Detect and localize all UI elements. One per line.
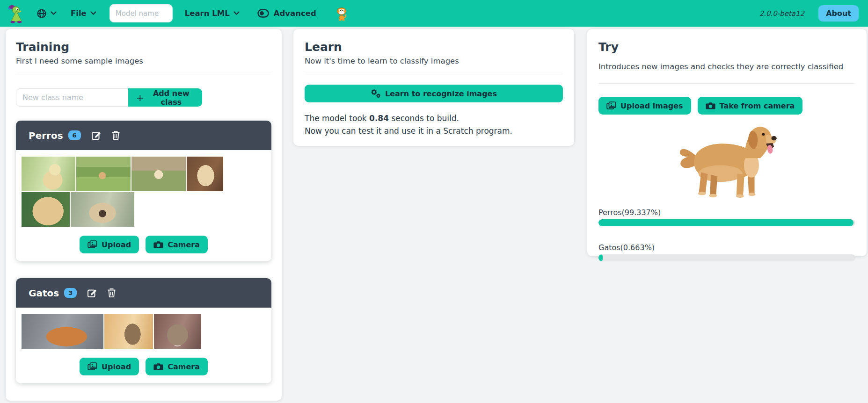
delete-class-button[interactable] <box>107 288 116 298</box>
camera-icon <box>153 240 163 249</box>
sample-count-badge: 3 <box>64 288 77 298</box>
class-name: Gatos <box>29 288 59 299</box>
edit-icon <box>87 288 97 298</box>
scratch-cat-icon[interactable] <box>336 7 348 21</box>
model-build-result: The model took 0.84 seconds to build. <box>305 114 563 123</box>
add-class-row: + Add new class <box>16 88 202 107</box>
learn-lml-menu[interactable]: Learn LML <box>185 9 240 18</box>
class-card-gatos: Gatos 3 <box>16 278 271 383</box>
globe-icon <box>36 8 47 19</box>
camera-button[interactable]: Camera <box>146 236 208 253</box>
model-name-input[interactable] <box>109 4 173 22</box>
try-subtitle: Introduces new images and checks they ar… <box>598 62 855 71</box>
training-title: Training <box>16 40 271 54</box>
sample-image-cat <box>154 314 201 349</box>
upload-label: Upload <box>102 240 131 249</box>
prediction-label-perros: Perros(99.337%) <box>598 208 855 217</box>
app-logo[interactable] <box>7 4 24 23</box>
trash-icon <box>107 288 116 298</box>
toggle-icon <box>257 9 269 18</box>
file-menu-label: File <box>71 9 87 18</box>
sample-image-cat <box>22 314 103 349</box>
upload-images-button[interactable]: Upload images <box>598 97 691 115</box>
learn-card: Learn Now it's time to learn to classify… <box>293 29 574 146</box>
try-actions: Upload images Take from camera <box>598 97 855 115</box>
add-class-label: Add new class <box>148 89 194 107</box>
sample-images-gatos <box>16 308 271 349</box>
test-image-dog <box>676 120 778 200</box>
class-actions: Upload Camera <box>16 349 271 383</box>
test-image-container <box>598 120 855 200</box>
sample-image-dog <box>22 157 75 191</box>
prediction-bar-fill <box>598 254 603 261</box>
plus-icon: + <box>136 93 144 102</box>
class-card-header: Gatos 3 <box>16 278 271 308</box>
class-name: Perros <box>29 130 63 141</box>
learn-button-label: Learn to recognize images <box>385 89 497 98</box>
new-class-input[interactable] <box>16 88 128 107</box>
upload-images-icon <box>88 240 97 249</box>
language-menu[interactable] <box>36 8 57 19</box>
try-card: Try Introduces new images and checks the… <box>587 29 867 256</box>
trash-icon <box>111 130 120 140</box>
divider <box>16 74 271 74</box>
training-panel: Training First I need some sample images… <box>6 29 282 401</box>
upload-images-icon <box>606 101 616 110</box>
sample-image-dog <box>71 192 134 227</box>
navbar: File Learn LML Advanced <box>0 0 868 27</box>
class-actions: Upload Camera <box>16 227 271 261</box>
prediction-bar-perros <box>598 219 855 226</box>
add-class-button[interactable]: + Add new class <box>128 88 202 107</box>
build-time: 0.84 <box>369 114 389 123</box>
sample-images-perros <box>16 150 271 227</box>
edit-class-button[interactable] <box>91 130 101 140</box>
upload-images-label: Upload images <box>620 101 683 110</box>
learn-button[interactable]: Learn to recognize images <box>305 85 563 102</box>
camera-icon <box>706 101 715 110</box>
sample-image-dog <box>76 157 131 191</box>
sample-image-dog <box>131 157 186 191</box>
camera-button[interactable]: Camera <box>146 358 208 375</box>
version-label: 2.0.0-beta12 <box>759 9 805 18</box>
class-card-perros: Perros 6 <box>16 121 271 261</box>
learn-subtitle: Now it's time to learn to classify image… <box>305 57 563 65</box>
upload-button[interactable]: Upload <box>80 236 139 253</box>
sample-image-cat <box>104 314 153 349</box>
take-from-camera-label: Take from camera <box>720 101 795 110</box>
upload-images-icon <box>88 362 97 371</box>
chevron-down-icon <box>90 11 96 15</box>
gears-icon <box>371 89 381 98</box>
camera-label: Camera <box>168 240 200 249</box>
model-build-result-line2: Now you can test it and use it in a Scra… <box>305 126 563 136</box>
sample-count-badge: 6 <box>68 130 81 140</box>
sample-image-dog <box>187 157 223 191</box>
mascot-icon <box>7 4 24 23</box>
file-menu[interactable]: File <box>71 9 96 18</box>
delete-class-button[interactable] <box>111 130 120 140</box>
chevron-down-icon <box>233 11 240 15</box>
chevron-down-icon <box>51 11 57 15</box>
class-card-header: Perros 6 <box>16 121 271 150</box>
edit-class-button[interactable] <box>87 288 97 298</box>
edit-icon <box>91 130 101 140</box>
camera-label: Camera <box>168 362 200 371</box>
prediction-label-gatos: Gatos(0.663%) <box>598 243 855 252</box>
prediction-bar-fill <box>598 219 853 226</box>
advanced-toggle[interactable]: Advanced <box>257 9 316 18</box>
take-from-camera-button[interactable]: Take from camera <box>698 97 803 115</box>
prediction-bar-gatos <box>598 254 855 261</box>
upload-label: Upload <box>102 362 131 371</box>
learn-title: Learn <box>305 40 563 54</box>
sample-image-dog <box>22 192 70 227</box>
camera-icon <box>153 362 163 371</box>
main-content: Training First I need some sample images… <box>0 27 868 403</box>
about-button[interactable]: About <box>818 5 859 22</box>
divider <box>305 74 563 74</box>
advanced-label: Advanced <box>274 9 316 18</box>
try-title: Try <box>598 40 855 54</box>
divider <box>598 83 855 84</box>
learn-lml-label: Learn LML <box>185 9 230 18</box>
training-subtitle: First I need some sample images <box>16 57 271 65</box>
upload-button[interactable]: Upload <box>80 358 139 375</box>
